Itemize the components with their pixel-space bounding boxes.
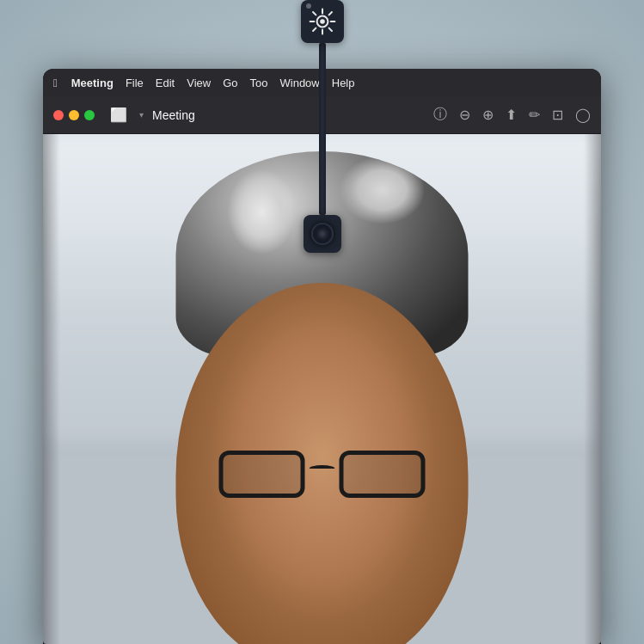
apple-menu[interactable]:  (53, 77, 58, 89)
scene:  Meeting File Edit View Go Too Window H… (0, 0, 644, 644)
menu-meeting[interactable]: Meeting (71, 77, 113, 89)
menu-too[interactable]: Too (250, 77, 268, 89)
hair-highlight-2 (340, 156, 426, 224)
info-icon[interactable]: ⓘ (433, 106, 447, 124)
glasses-right-frame (340, 451, 426, 498)
camera-stem (319, 43, 326, 215)
svg-line-6 (328, 12, 331, 15)
glasses-left-frame (219, 451, 305, 498)
profile-icon[interactable]: ◯ (575, 107, 591, 123)
menu-view[interactable]: View (187, 77, 211, 89)
lens-reflection (306, 3, 311, 9)
window-icon[interactable]: ⊡ (552, 107, 563, 123)
svg-point-9 (320, 19, 325, 24)
menu-file[interactable]: File (126, 77, 144, 89)
chevron-down-icon[interactable]: ▾ (139, 110, 144, 120)
share-icon[interactable]: ⬆ (506, 107, 517, 123)
camera-device (301, 0, 344, 253)
zoom-out-icon[interactable]: ⊖ (459, 107, 470, 123)
maximize-button[interactable] (84, 110, 95, 120)
glasses (211, 446, 434, 506)
camera-logo-icon (309, 8, 336, 35)
traffic-lights (53, 110, 95, 120)
monitor-left-shadow (43, 134, 60, 644)
sidebar-toggle-icon[interactable]: ⬜ (110, 107, 127, 123)
minimize-button[interactable] (69, 110, 79, 120)
close-button[interactable] (53, 110, 64, 120)
svg-line-4 (313, 12, 316, 15)
zoom-in-icon[interactable]: ⊕ (482, 107, 494, 123)
hair-highlight (228, 169, 297, 255)
camera-lens-housing (304, 215, 341, 253)
edit-icon[interactable]: ✏ (529, 107, 540, 123)
toolbar-icons: ⓘ ⊖ ⊕ ⬆ ✏ ⊡ ◯ (433, 106, 591, 124)
menu-edit[interactable]: Edit (156, 77, 175, 89)
glasses-bridge (310, 465, 335, 472)
svg-line-7 (313, 28, 316, 31)
monitor-right-shadow (584, 134, 601, 644)
menu-go[interactable]: Go (223, 77, 237, 89)
window-title: Meeting (152, 108, 195, 122)
svg-line-5 (328, 28, 331, 31)
camera-lens (311, 223, 334, 245)
